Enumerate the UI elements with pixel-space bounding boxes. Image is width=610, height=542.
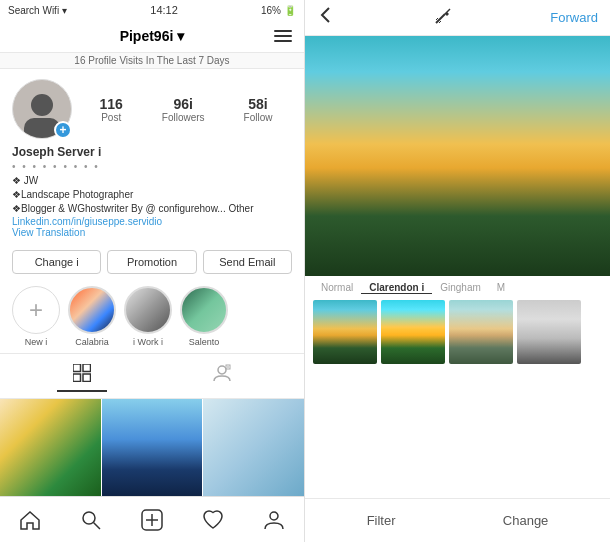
story-new[interactable]: + New i	[12, 286, 60, 347]
stat-followers: 96i Followers	[162, 96, 205, 123]
stats-row: 116 Post 96i Followers 58i Follow	[80, 96, 292, 123]
avatar-add-badge[interactable]: +	[54, 121, 72, 139]
back-button[interactable]	[317, 6, 335, 29]
story-salento-circle	[180, 286, 228, 334]
followers-label: Followers	[162, 112, 205, 123]
profile-info-row: + 116 Post 96i Followers 58i Follow	[0, 69, 304, 145]
story-calabria-label: Calabria	[75, 337, 109, 347]
story-calabria-circle	[68, 286, 116, 334]
grid-photo-1[interactable]	[0, 399, 101, 496]
nav-profile[interactable]	[263, 509, 285, 531]
filter-thumb-clarendon[interactable]	[381, 300, 445, 364]
status-left: Search Wifi ▾	[8, 5, 67, 16]
story-calabria[interactable]: Calabria	[68, 286, 116, 347]
bio-dots: • • • • • • • • •	[12, 161, 292, 172]
svg-point-7	[83, 512, 95, 524]
send-email-button[interactable]: Send Email	[203, 250, 292, 274]
story-work[interactable]: i Work i	[124, 286, 172, 347]
svg-point-4	[218, 366, 226, 374]
tab-tagged[interactable]	[197, 360, 247, 392]
filter-option-m[interactable]: M	[489, 282, 513, 294]
person-tag-icon	[213, 364, 231, 382]
filter-options-header: Normal Clarendon i Gingham M	[305, 276, 610, 296]
followers-count: 96i	[173, 96, 192, 112]
story-new-label: New i	[25, 337, 48, 347]
change-filter-button[interactable]: Change	[503, 513, 549, 528]
stories-row: + New i Calabria i Work i Salento	[0, 280, 304, 353]
nav-home[interactable]	[19, 509, 41, 531]
heart-icon	[202, 509, 224, 531]
stat-posts: 116 Post	[99, 96, 122, 123]
grid-photo-2[interactable]	[102, 399, 203, 496]
story-new-circle: +	[12, 286, 60, 334]
filter-option-normal[interactable]: Normal	[313, 282, 361, 294]
avatar-head	[31, 94, 53, 116]
main-photo-preview	[305, 36, 610, 276]
story-work-label: i Work i	[133, 337, 163, 347]
battery-icon: 🔋	[284, 5, 296, 16]
following-label: Follow	[244, 112, 273, 123]
chevron-left-icon	[317, 6, 335, 24]
promotion-button[interactable]: Promotion	[107, 250, 196, 274]
right-panel: Forward Normal Clarendon i Gingham M Fil…	[305, 0, 610, 542]
forward-button[interactable]: Forward	[550, 10, 598, 25]
bio-section: Joseph Server i • • • • • • • • • ❖ JW ❖…	[0, 145, 304, 244]
svg-line-17	[439, 21, 441, 23]
filter-bottom-bar: Filter Change	[305, 498, 610, 542]
story-salento[interactable]: Salento	[180, 286, 228, 347]
svg-rect-3	[83, 374, 91, 382]
avatar[interactable]: +	[12, 79, 72, 139]
view-translation-button[interactable]: View Translation	[12, 227, 292, 238]
change-button[interactable]: Change i	[12, 250, 101, 274]
filter-thumb-moon[interactable]	[517, 300, 581, 364]
story-work-circle	[124, 286, 172, 334]
status-bar: Search Wifi ▾ 14:12 16% 🔋	[0, 0, 304, 20]
filter-option-gingham[interactable]: Gingham	[432, 282, 489, 294]
grid-icon	[73, 364, 91, 382]
username-label: Pipet96i	[120, 28, 174, 44]
story-salento-label: Salento	[189, 337, 220, 347]
bio-line-2: ❖Landscape Photographer	[12, 188, 292, 202]
filter-thumbnails	[305, 296, 610, 368]
stat-following: 58i Follow	[244, 96, 273, 123]
grid-photo-3[interactable]	[203, 399, 304, 496]
svg-line-16	[436, 18, 438, 20]
profile-visits-bar: 16 Profile Visits In The Last 7 Days	[0, 52, 304, 69]
search-icon	[80, 509, 102, 531]
filter-thumb-normal[interactable]	[313, 300, 377, 364]
plus-icon: +	[29, 296, 43, 324]
display-name: Joseph Server i	[12, 145, 292, 159]
nav-heart[interactable]	[202, 509, 224, 531]
time-display: 14:12	[150, 4, 178, 16]
posts-label: Post	[101, 112, 121, 123]
profile-header: Pipet96i ▾	[0, 20, 304, 52]
chevron-down-icon: ▾	[177, 28, 184, 44]
posts-count: 116	[99, 96, 122, 112]
battery-level: 16%	[261, 5, 281, 16]
edit-wand-button[interactable]	[433, 6, 453, 30]
profile-icon	[263, 509, 285, 531]
svg-rect-0	[73, 364, 81, 372]
filter-option-clarendon[interactable]: Clarendon i	[361, 282, 432, 294]
bio-line-3: ❖Blogger & WGhostwriter By @ configureho…	[12, 202, 292, 216]
tab-grid[interactable]	[57, 360, 107, 392]
right-header: Forward	[305, 0, 610, 36]
wand-icon	[433, 6, 453, 26]
status-right: 16% 🔋	[261, 5, 296, 16]
bio-link[interactable]: Linkedin.com/in/giuseppe.servidio	[12, 216, 292, 227]
left-panel: Search Wifi ▾ 14:12 16% 🔋 Pipet96i ▾ 16 …	[0, 0, 305, 542]
filter-thumb-gingham[interactable]	[449, 300, 513, 364]
svg-line-8	[94, 522, 101, 529]
following-count: 58i	[248, 96, 267, 112]
nav-add[interactable]	[141, 509, 163, 531]
home-icon	[19, 509, 41, 531]
svg-line-18	[448, 9, 450, 11]
svg-point-12	[270, 512, 278, 520]
hamburger-menu[interactable]	[274, 30, 292, 42]
username-row: Pipet96i ▾	[120, 28, 185, 44]
nav-search[interactable]	[80, 509, 102, 531]
add-icon	[141, 509, 163, 531]
filter-button[interactable]: Filter	[367, 513, 396, 528]
carrier-label: Search Wifi	[8, 5, 59, 16]
bottom-navigation	[0, 496, 304, 542]
